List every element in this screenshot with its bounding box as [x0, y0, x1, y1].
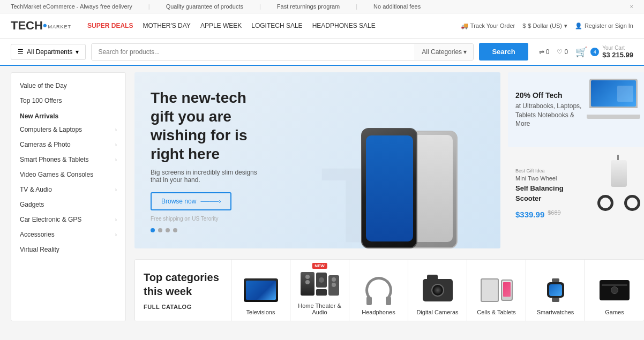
category-item-tv[interactable]: Televisions [231, 260, 290, 321]
category-name-home-theater: Home Theater & Audio [295, 303, 345, 315]
dollar-icon: $ [522, 22, 526, 29]
category-name-tv: Televisions [246, 309, 275, 315]
sidebar-section-new-arrivals: New Arrivals [11, 108, 125, 122]
cart-total: $3 215.99 [602, 51, 633, 59]
chevron-right-icon: › [115, 187, 117, 193]
logo-dot: • [43, 19, 47, 33]
user-icon: 👤 [575, 22, 582, 29]
promo-card-scooter[interactable]: Best Gift Idea Mini Two Wheel Self Balan… [508, 155, 644, 232]
laptop-image [587, 79, 640, 119]
sidebar-item-top-100[interactable]: Top 100 Offers [11, 93, 125, 108]
logo-market: MARKET [48, 24, 72, 29]
banner-item-1: Quality guarantee of products [166, 3, 243, 10]
sidebar-item-tv-audio[interactable]: TV & Audio › [11, 182, 125, 197]
category-dropdown[interactable]: All Categories ▾ [415, 44, 473, 60]
new-badge: NEW [312, 263, 327, 269]
scooter-image [597, 160, 640, 211]
hero-phone-image [329, 78, 490, 248]
promo2-price-new: $339.99 [515, 210, 544, 219]
phone-tablet-icon [478, 275, 515, 305]
compare-icon: ⇌ [539, 48, 544, 56]
sidebar-item-smartphones[interactable]: Smart Phones & Tablets › [11, 152, 125, 167]
browse-now-button[interactable]: Browse now ────› [151, 192, 231, 210]
chevron-down-icon: ▾ [564, 22, 567, 29]
hero-dot-2[interactable] [158, 228, 162, 232]
category-item-headphones[interactable]: Headphones [349, 260, 408, 321]
hero-wrap: TX The new-tech gift you are wishing for… [134, 72, 644, 321]
banner-item-0: TechMarket eCommerce - Always free deliv… [11, 3, 132, 10]
hero-title: The new-tech gift you are wishing for is… [151, 88, 274, 163]
cart-count-badge: 4 [590, 48, 599, 56]
track-order-button[interactable]: 🚚 Track Your Order [461, 22, 515, 29]
close-banner-button[interactable]: × [630, 3, 633, 10]
sidebar-item-virtual-reality[interactable]: Virtual Reality [11, 242, 125, 257]
compare-button[interactable]: ⇌ 0 [539, 48, 550, 56]
logo: TECH• MARKET [11, 19, 71, 33]
side-promos: 20% Off Tech at Ultrabooks, Laptops, Tab… [508, 72, 644, 248]
heart-icon: ♡ [557, 48, 563, 56]
logo-tech: TECH [11, 19, 43, 33]
category-name-headphones: Headphones [362, 309, 395, 315]
banner-item-3: No additional fees [373, 3, 421, 10]
search-bar-row: ☰ All Departments ▾ All Categories ▾ Sea… [0, 39, 644, 66]
promo2-badge: Best Gift Idea [515, 168, 593, 173]
arrow-icon: ────› [200, 198, 221, 205]
sidebar: Value of the Day Top 100 Offers New Arri… [11, 72, 126, 321]
categories-title: Top categories this week [144, 270, 222, 298]
nav-logitech-sale[interactable]: LOGITECH SALE [251, 22, 302, 29]
sidebar-item-cameras[interactable]: Cameras & Photo › [11, 137, 125, 152]
chevron-right-icon: › [115, 217, 117, 223]
promo2-price-old: $689 [548, 209, 560, 216]
full-catalog-link[interactable]: FULL CATALOG [144, 304, 222, 310]
cart-button[interactable]: 🛒 4 Your Cart $3 215.99 [575, 45, 633, 59]
banner-item-2: Fast returnings program [277, 3, 340, 10]
categories-header: Top categories this week FULL CATALOG [135, 260, 231, 321]
hero-dot-1[interactable] [151, 228, 155, 232]
search-input[interactable] [92, 44, 415, 60]
category-item-cells-tablets[interactable]: Cells & Tablets [467, 260, 526, 321]
sidebar-item-car-electronic[interactable]: Car Electronic & GPS › [11, 212, 125, 227]
hero-dot-3[interactable] [166, 228, 170, 232]
sidebar-item-gadgets[interactable]: Gadgets [11, 197, 125, 212]
header: TECH• MARKET SUPER DEALS MOTHER'S DAY AP… [0, 13, 644, 39]
nav-apple-week[interactable]: APPLE WEEK [200, 22, 242, 29]
sidebar-item-video-games[interactable]: Video Games & Consoles [11, 167, 125, 182]
chevron-right-icon: › [115, 142, 117, 148]
chevron-right-icon: › [115, 127, 117, 133]
camera-icon [419, 275, 456, 305]
hero-dot-4[interactable] [173, 228, 177, 232]
category-name-smartwatches: Smartwatches [537, 309, 574, 315]
category-name-cells-tablets: Cells & Tablets [477, 309, 516, 315]
category-name-cameras: Digital Cameras [416, 309, 458, 315]
header-icons: ⇌ 0 ♡ 0 🛒 4 Your Cart $3 215.99 [539, 45, 633, 59]
nav-headphones-sale[interactable]: HEADPHONES SALE [312, 22, 376, 29]
header-right: 🚚 Track Your Order $ $ Dollar (US) ▾ 👤 R… [461, 22, 633, 29]
nav-super-deals[interactable]: SUPER DEALS [87, 22, 133, 29]
auth-button[interactable]: 👤 Register or Sign In [575, 22, 633, 29]
search-button[interactable]: Search [479, 43, 528, 61]
promo2-pretitle: Mini Two Wheel [515, 175, 585, 182]
sidebar-item-accessories[interactable]: Accessories › [11, 227, 125, 242]
hero-subtitle: Big screens in incredibly slim designs t… [151, 169, 258, 184]
sidebar-item-value-of-day[interactable]: Value of the Day [11, 78, 125, 93]
hero-banner: TX The new-tech gift you are wishing for… [134, 72, 500, 248]
headphone-icon [360, 275, 398, 305]
category-item-games[interactable]: Games [585, 260, 644, 321]
category-item-cameras[interactable]: Digital Cameras [408, 260, 467, 321]
category-name-games: Games [605, 309, 624, 315]
top-banner: TechMarket eCommerce - Always free deliv… [0, 0, 644, 13]
category-item-home-theater[interactable]: NEW [290, 260, 349, 321]
currency-selector[interactable]: $ $ Dollar (US) ▾ [522, 22, 567, 29]
promo1-pretitle: 20% Off Tech [515, 91, 585, 100]
category-item-smartwatches[interactable]: Smartwatches [526, 260, 585, 321]
chevron-right-icon: › [115, 232, 117, 238]
wishlist-button[interactable]: ♡ 0 [557, 48, 568, 56]
all-departments-button[interactable]: ☰ All Departments ▾ [11, 44, 86, 60]
main-layout: Value of the Day Top 100 Offers New Arri… [0, 72, 644, 321]
hero-main: TX The new-tech gift you are wishing for… [134, 72, 644, 248]
promo-card-laptops[interactable]: 20% Off Tech at Ultrabooks, Laptops, Tab… [508, 72, 644, 147]
sidebar-item-computers[interactable]: Computers & Laptops › [11, 122, 125, 137]
watch-icon [537, 275, 574, 305]
nav-mothers-day[interactable]: MOTHER'S DAY [143, 22, 190, 29]
categories-section: Top categories this week FULL CATALOG Te… [134, 259, 644, 321]
